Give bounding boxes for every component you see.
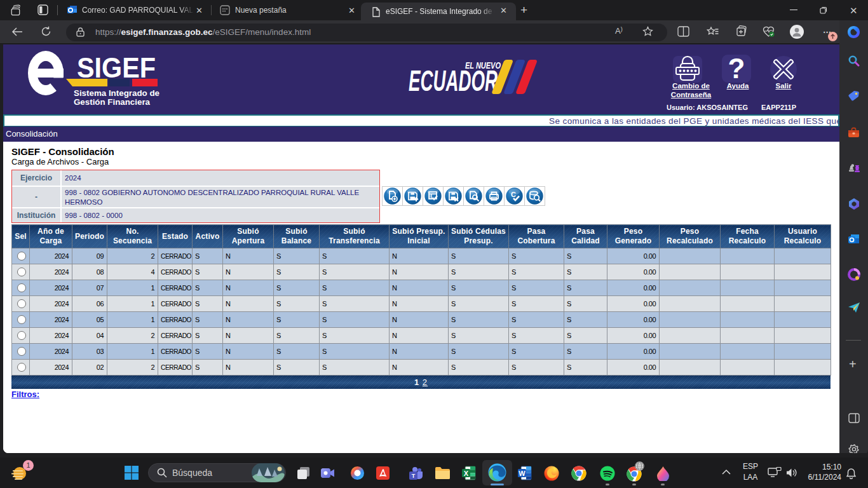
svg-text:C: C: [511, 191, 516, 198]
svg-text:?: ?: [728, 53, 745, 84]
svg-text:Gestión Financiera: Gestión Financiera: [74, 97, 151, 107]
svg-text:X: X: [464, 470, 469, 477]
svg-text:W: W: [519, 470, 526, 477]
svg-text:ECUADOR: ECUADOR: [409, 64, 498, 97]
svg-text:T: T: [412, 473, 416, 479]
